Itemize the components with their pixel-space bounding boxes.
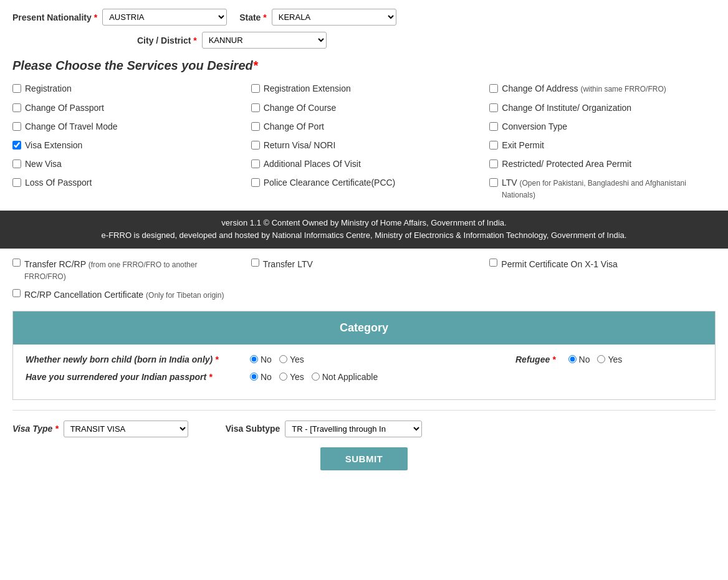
refugee-no-radio[interactable] bbox=[568, 355, 577, 363]
visa-type-select[interactable]: TRANSIT VISA bbox=[64, 421, 188, 437]
visa-subtype-group: Visa Subtype TR - [Travelling through In bbox=[201, 421, 423, 437]
surrendered-no-radio[interactable] bbox=[250, 373, 258, 381]
service-change-of-address-label[interactable]: Change Of Address (within same FRRO/FRO) bbox=[502, 83, 666, 95]
ltv-sublabel: (Open for Pakistani, Bangladeshi and Afg… bbox=[502, 179, 686, 199]
visa-section: Visa Type * TRANSIT VISA Visa Subtype TR… bbox=[12, 421, 716, 437]
service-registration-checkbox[interactable] bbox=[12, 84, 21, 93]
service-rc-rp-cancellation-checkbox[interactable] bbox=[12, 289, 21, 297]
state-required-star: * bbox=[261, 12, 266, 22]
divider bbox=[12, 410, 716, 411]
service-change-of-institute-checkbox[interactable] bbox=[489, 103, 498, 112]
service-conversion-type: Conversion Type bbox=[489, 121, 716, 132]
nationality-group: Present Nationality * AUSTRIA bbox=[12, 9, 227, 26]
refugee-yes-radio[interactable] bbox=[597, 355, 605, 363]
service-transfer-ltv-label[interactable]: Transfer LTV bbox=[263, 259, 313, 270]
city-group: City / District * KANNUR bbox=[137, 32, 327, 49]
submit-button[interactable]: SUBMIT bbox=[320, 447, 408, 470]
service-new-visa-label[interactable]: New Visa bbox=[25, 158, 62, 169]
service-additional-places-checkbox[interactable] bbox=[251, 159, 260, 168]
service-exit-permit-label[interactable]: Exit Permit bbox=[502, 140, 544, 151]
service-visa-extension-label[interactable]: Visa Extension bbox=[25, 140, 82, 151]
service-police-clearance-checkbox[interactable] bbox=[251, 178, 260, 187]
newly-born-row: Whether newly born child (born in India … bbox=[26, 354, 702, 364]
visa-subtype-label-text: Visa Subtype bbox=[226, 424, 280, 434]
state-select[interactable]: KERALA bbox=[272, 9, 396, 26]
surrendered-passport-row: Have you surrendered your Indian passpor… bbox=[26, 372, 702, 382]
refugee-radio-group: No Yes bbox=[568, 354, 702, 364]
newly-born-yes-label[interactable]: Yes bbox=[290, 354, 304, 364]
service-change-of-travel-mode-checkbox[interactable] bbox=[12, 122, 21, 131]
service-loss-of-passport-checkbox[interactable] bbox=[12, 178, 21, 187]
service-police-clearance-label[interactable]: Police Clearance Certificate(PCC) bbox=[264, 177, 396, 188]
service-change-of-address-checkbox[interactable] bbox=[489, 84, 498, 93]
surrendered-na-label[interactable]: Not Applicable bbox=[322, 372, 378, 382]
visa-subtype-select[interactable]: TR - [Travelling through In bbox=[285, 421, 422, 437]
surrendered-no-label[interactable]: No bbox=[261, 372, 272, 382]
service-permit-cert-x1-checkbox[interactable] bbox=[489, 259, 497, 267]
service-change-of-passport-label[interactable]: Change Of Passport bbox=[25, 102, 104, 113]
service-transfer-rc-rp: Transfer RC/RP (from one FRRO/FRO to ano… bbox=[12, 259, 239, 282]
surrendered-yes-label[interactable]: Yes bbox=[290, 372, 304, 382]
refugee-label-text: Refugee bbox=[515, 354, 550, 364]
services-heading-star: * bbox=[253, 59, 258, 72]
service-registration-extension-label[interactable]: Registration Extension bbox=[264, 83, 351, 94]
newly-born-radio-group: No Yes bbox=[250, 354, 503, 364]
surrendered-no-item: No bbox=[250, 372, 272, 382]
service-conversion-type-checkbox[interactable] bbox=[489, 122, 498, 131]
service-visa-extension-checkbox[interactable] bbox=[12, 141, 21, 150]
city-select[interactable]: KANNUR bbox=[202, 32, 327, 49]
service-return-visa-checkbox[interactable] bbox=[251, 141, 260, 150]
service-police-clearance: Police Clearance Certificate(PCC) bbox=[251, 177, 477, 200]
refugee-required: * bbox=[550, 354, 555, 364]
service-new-visa-checkbox[interactable] bbox=[12, 159, 21, 168]
service-change-of-course-checkbox[interactable] bbox=[251, 103, 260, 112]
change-address-sublabel: (within same FRRO/FRO) bbox=[580, 85, 666, 93]
service-change-of-passport-checkbox[interactable] bbox=[12, 103, 21, 112]
newly-born-required: * bbox=[213, 354, 218, 364]
service-ltv-label[interactable]: LTV (Open for Pakistani, Bangladeshi and… bbox=[502, 177, 716, 200]
service-restricted-area-label[interactable]: Restricted/ Protected Area Permit bbox=[502, 158, 631, 169]
service-rc-rp-cancellation-label[interactable]: RC/RP Cancellation Certificate (Only for… bbox=[24, 289, 224, 301]
service-exit-permit-checkbox[interactable] bbox=[489, 141, 498, 150]
service-ltv: LTV (Open for Pakistani, Bangladeshi and… bbox=[489, 177, 716, 200]
surrendered-yes-radio[interactable] bbox=[279, 373, 287, 381]
service-ltv-checkbox[interactable] bbox=[489, 178, 498, 187]
surrendered-passport-question: Have you surrendered your Indian passpor… bbox=[26, 372, 237, 382]
additional-services: Transfer RC/RP (from one FRRO/FRO to ano… bbox=[12, 259, 716, 301]
service-registration-label[interactable]: Registration bbox=[25, 83, 72, 94]
service-registration-extension-checkbox[interactable] bbox=[251, 84, 260, 93]
nationality-select[interactable]: AUSTRIA bbox=[102, 9, 227, 26]
service-visa-extension: Visa Extension bbox=[12, 140, 239, 151]
category-body: Whether newly born child (born in India … bbox=[13, 345, 715, 399]
surrendered-required: * bbox=[206, 372, 212, 382]
additional-services-empty bbox=[251, 289, 477, 301]
newly-born-no-label[interactable]: No bbox=[261, 354, 272, 364]
service-change-of-travel-mode-label[interactable]: Change Of Travel Mode bbox=[25, 121, 118, 132]
city-label-text: City / District bbox=[137, 36, 191, 45]
surrendered-na-item: Not Applicable bbox=[312, 372, 378, 382]
service-permit-cert-x1-label[interactable]: Permit Certificate On X-1 Visa bbox=[501, 259, 617, 270]
service-return-visa-label[interactable]: Return Visa/ NORI bbox=[264, 140, 336, 151]
newly-born-yes-radio[interactable] bbox=[279, 355, 287, 363]
state-label-text: State bbox=[239, 12, 261, 22]
service-change-of-port-label[interactable]: Change Of Port bbox=[264, 121, 324, 132]
service-change-of-course: Change Of Course bbox=[251, 102, 477, 113]
category-header: Category bbox=[13, 311, 715, 345]
service-conversion-type-label[interactable]: Conversion Type bbox=[502, 121, 567, 132]
rc-cancel-sublabel: (Only for Tibetan origin) bbox=[146, 291, 224, 300]
surrendered-na-radio[interactable] bbox=[312, 373, 320, 381]
service-loss-of-passport-label[interactable]: Loss Of Passport bbox=[25, 177, 92, 188]
service-restricted-area-checkbox[interactable] bbox=[489, 159, 498, 168]
transfer-rc-sublabel: (from one FRRO/FRO to another FRRO/FRO) bbox=[24, 260, 197, 281]
refugee-yes-label[interactable]: Yes bbox=[608, 354, 622, 364]
service-additional-places-label[interactable]: Additional Places Of Visit bbox=[264, 158, 361, 169]
service-transfer-ltv-checkbox[interactable] bbox=[251, 259, 259, 267]
service-change-of-course-label[interactable]: Change Of Course bbox=[264, 102, 337, 113]
nationality-required-star: * bbox=[92, 12, 97, 22]
service-change-of-institute-label[interactable]: Change Of Institute/ Organization bbox=[502, 102, 631, 113]
service-change-of-port-checkbox[interactable] bbox=[251, 122, 260, 131]
service-transfer-rc-rp-checkbox[interactable] bbox=[12, 259, 21, 267]
refugee-no-label[interactable]: No bbox=[579, 354, 590, 364]
newly-born-no-radio[interactable] bbox=[250, 355, 258, 363]
service-transfer-rc-rp-label[interactable]: Transfer RC/RP (from one FRRO/FRO to ano… bbox=[24, 259, 239, 282]
